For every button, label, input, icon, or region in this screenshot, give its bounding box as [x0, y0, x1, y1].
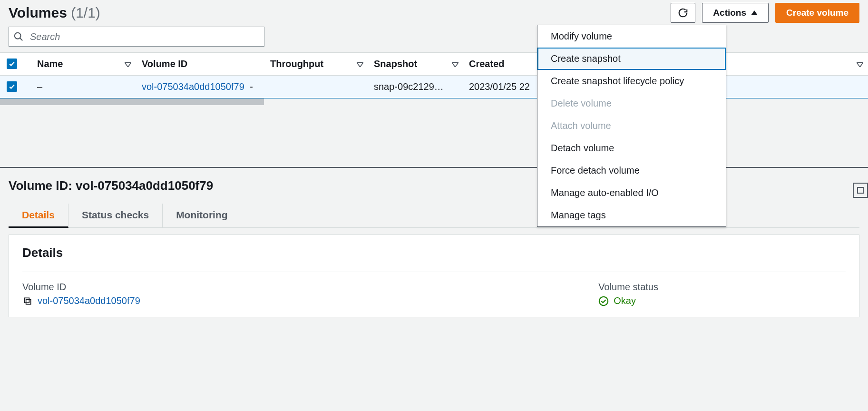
- table-header-row: Name Volume ID Throughput: [0, 53, 868, 76]
- cell-throughput-inline: -: [250, 81, 253, 92]
- detail-tabs: Details Status checks Monitoring: [9, 204, 859, 228]
- field-volume-id: Volume ID vol-075034a0dd1050f79: [22, 282, 270, 306]
- actions-menu-item[interactable]: Create snapshot: [537, 48, 726, 70]
- field-volume-id-label: Volume ID: [22, 282, 270, 293]
- tab-details[interactable]: Details: [9, 204, 68, 228]
- sort-icon: [125, 61, 131, 67]
- page-title-count: (1/1): [71, 5, 100, 20]
- search-input[interactable]: [9, 27, 264, 47]
- header-row: Volumes (1/1) Actions Create volume Modi…: [0, 0, 868, 23]
- th-name-label: Name: [37, 59, 63, 69]
- svg-rect-7: [26, 299, 31, 304]
- select-all-checkbox[interactable]: [7, 59, 17, 69]
- ok-check-icon: [598, 296, 609, 306]
- details-card: Details Volume ID vol-075034a0dd1050f79 …: [9, 235, 859, 317]
- actions-button[interactable]: Actions: [702, 3, 769, 23]
- actions-menu-item[interactable]: Detach volume: [537, 137, 726, 159]
- header-actions: Actions Create volume Modify volumeCreat…: [671, 3, 859, 23]
- copy-icon[interactable]: [22, 296, 33, 306]
- th-created-label: Created: [469, 59, 504, 69]
- th-select: [0, 53, 30, 76]
- svg-marker-5: [452, 62, 458, 67]
- field-spacer: [298, 282, 570, 306]
- svg-point-9: [599, 296, 608, 305]
- cell-snapshot: snap-09c2129…: [367, 76, 462, 98]
- refresh-icon: [678, 8, 688, 18]
- field-volume-status: Volume status Okay: [598, 282, 846, 306]
- table-row[interactable]: – vol-075034a0dd1050f79 - snap-09c2129… …: [0, 76, 868, 98]
- details-grid: Volume ID vol-075034a0dd1050f79 Volume s…: [22, 272, 846, 306]
- actions-menu-item[interactable]: Manage auto-enabled I/O: [537, 182, 726, 204]
- actions-menu-item[interactable]: Force detach volume: [537, 159, 726, 182]
- actions-menu: Modify volumeCreate snapshotCreate snaps…: [537, 25, 726, 227]
- actions-menu-item: Delete volume: [537, 92, 726, 115]
- detail-panel: Volume ID: vol-075034a0dd1050f79 Details…: [0, 168, 868, 317]
- search-icon: [13, 31, 24, 42]
- table-region: Name Volume ID Throughput: [0, 52, 868, 105]
- cell-throughput: [263, 76, 367, 98]
- sort-icon: [452, 61, 458, 67]
- th-throughput-label: Throughput: [270, 59, 323, 69]
- create-volume-label: Create volume: [786, 8, 848, 18]
- status-text: Okay: [614, 295, 636, 306]
- svg-rect-8: [24, 298, 29, 303]
- volumes-table: Name Volume ID Throughput: [0, 53, 868, 98]
- svg-marker-6: [857, 62, 863, 67]
- cell-volume-id: vol-075034a0dd1050f79 -: [135, 76, 263, 98]
- details-card-title: Details: [22, 245, 846, 260]
- field-volume-status-label: Volume status: [598, 282, 846, 293]
- th-volume-id[interactable]: Volume ID: [135, 53, 263, 76]
- svg-point-1: [15, 33, 21, 39]
- row-checkbox[interactable]: [7, 81, 17, 92]
- th-throughput[interactable]: Throughput: [263, 53, 367, 76]
- detail-volume-id-link[interactable]: vol-075034a0dd1050f79: [38, 295, 140, 306]
- sort-icon: [357, 61, 363, 67]
- svg-marker-4: [357, 62, 363, 67]
- actions-menu-item: Attach volume: [537, 115, 726, 137]
- detail-title: Volume ID: vol-075034a0dd1050f79: [9, 178, 859, 193]
- search-row: [0, 23, 868, 52]
- actions-menu-item[interactable]: Modify volume: [537, 25, 726, 48]
- th-name[interactable]: Name: [30, 53, 135, 76]
- tab-status-checks[interactable]: Status checks: [68, 204, 163, 227]
- actions-button-label: Actions: [713, 8, 746, 18]
- actions-menu-item[interactable]: Create snapshot lifecycle policy: [537, 70, 726, 92]
- expand-icon: [857, 187, 864, 194]
- svg-marker-0: [751, 10, 758, 15]
- th-snapshot[interactable]: Snapshot: [367, 53, 462, 76]
- panel-expand-button[interactable]: [853, 183, 868, 198]
- th-snapshot-label: Snapshot: [374, 59, 417, 69]
- volume-id-link[interactable]: vol-075034a0dd1050f79: [142, 81, 244, 92]
- sort-icon: [857, 61, 863, 67]
- cell-name: –: [30, 76, 135, 98]
- caret-up-icon: [751, 10, 758, 15]
- svg-line-2: [20, 38, 23, 41]
- actions-menu-item[interactable]: Manage tags: [537, 204, 726, 226]
- create-volume-button[interactable]: Create volume: [775, 3, 859, 23]
- search-wrap: [9, 27, 264, 47]
- refresh-button[interactable]: [671, 3, 695, 23]
- page-title-text: Volumes: [9, 5, 67, 20]
- tab-monitoring[interactable]: Monitoring: [163, 204, 241, 227]
- svg-marker-3: [125, 62, 131, 67]
- horizontal-scrollbar[interactable]: [0, 98, 868, 105]
- field-volume-id-value: vol-075034a0dd1050f79: [22, 295, 270, 306]
- th-volume-id-label: Volume ID: [142, 59, 187, 69]
- field-volume-status-value: Okay: [598, 295, 846, 306]
- page-title: Volumes (1/1): [9, 5, 100, 21]
